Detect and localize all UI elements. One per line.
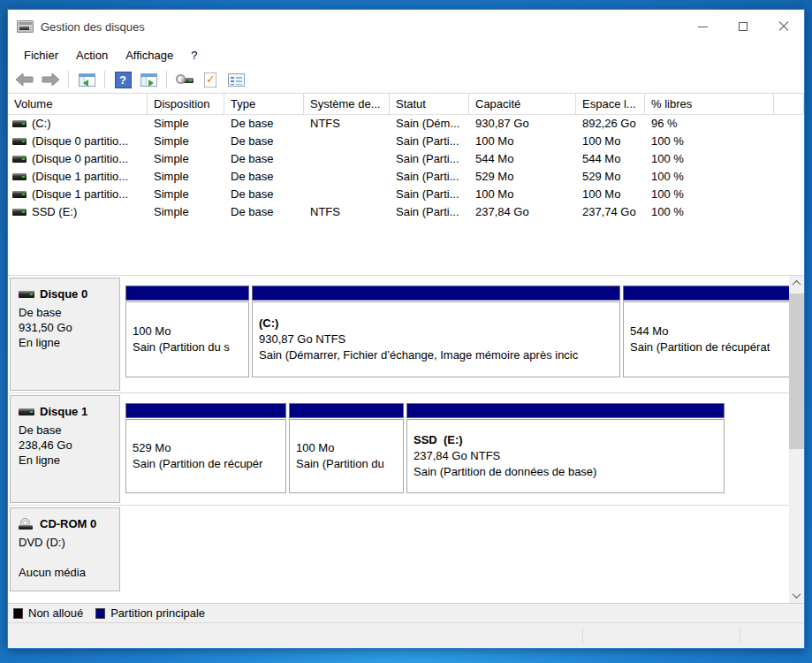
check-document-button[interactable] [201,69,220,90]
disk-management-window: Gestion des disques Fichier Action Affic… [7,9,805,649]
column-header-statut[interactable]: Statut [390,94,469,114]
vertical-scrollbar[interactable] [789,276,804,603]
column-header-pct-libres[interactable]: % libres [645,94,774,114]
back-button[interactable] [15,69,34,90]
maximize-icon [739,22,747,31]
volume-name: (C:) [32,115,51,133]
scroll-down-button[interactable] [789,588,804,603]
properties-list-button[interactable] [226,69,246,90]
cell-statut: Sain (Parti... [390,168,469,186]
partition-c[interactable]: (C:) 930,87 Go NTFS Sain (Démarrer, Fich… [252,286,620,391]
volume-name: (Disque 1 partitio... [32,186,128,203]
disk-status: En ligne [19,453,114,468]
cell-libres: 100 % [645,186,774,203]
app-icon [17,20,34,33]
legend-swatch-primary-partition [95,608,105,619]
menu-affichage[interactable]: Affichage [117,47,182,64]
disk-type: De base [19,305,114,320]
column-header-systeme[interactable]: Système de... [304,94,390,114]
partition-status: Sain (Partition de récupér [133,456,279,472]
partition-strip: 100 Mo Sain (Partition du s (C:) 930,87 … [120,278,789,391]
table-row[interactable]: (Disque 0 partitio... Simple De base Sai… [8,133,804,150]
disk-row-disque-1: Disque 1 De base 238,46 Go En ligne 529 … [8,393,789,506]
column-header-volume[interactable]: Volume [8,94,148,114]
volume-icon [12,138,27,145]
properties-list-icon [228,73,245,87]
disk-inspect-button[interactable] [175,69,194,90]
minimize-button[interactable] [682,10,723,43]
table-row[interactable]: (C:) Simple De base NTFS Sain (Dém... 93… [8,115,804,133]
partition-status: Sain (Partition du s [133,339,242,355]
close-button[interactable] [763,10,804,43]
cell-type: De base [224,150,304,168]
partition-status: Sain (Démarrer, Fichier d’échange, Image… [259,347,613,363]
partition-size: 529 Mo [133,440,279,456]
disk-name: Disque 0 [40,286,87,301]
volume-name: (Disque 0 partitio... [32,133,128,150]
partition-recovery[interactable]: 544 Mo Sain (Partition de récupérat [623,286,789,391]
graph-content: Disque 0 De base 931,50 Go En ligne 100 … [8,276,789,603]
cell-statut: Sain (Parti... [390,133,469,150]
volume-icon [12,156,27,163]
table-row[interactable]: (Disque 0 partitio... Simple De base Sai… [8,150,804,168]
statusbar-divider [582,628,583,644]
partition-recovery[interactable]: 529 Mo Sain (Partition de récupér [125,403,286,503]
column-header-capacite[interactable]: Capacité [469,94,576,114]
title-bar: Gestion des disques [8,10,804,43]
volume-name: (Disque 1 partitio... [32,168,128,186]
cell-espace: 237,74 Go [576,203,645,221]
volume-list-header: Volume Disposition Type Système de... St… [8,94,804,115]
column-header-disposition[interactable]: Disposition [148,94,224,114]
cell-type: De base [224,133,304,150]
disk-label-cdrom-0[interactable]: CD-ROM 0 DVD (D:) Aucun média [10,507,120,591]
disk-label-disque-0[interactable]: Disque 0 De base 931,50 Go En ligne [10,278,120,391]
scrollbar-thumb[interactable] [789,293,804,449]
cdrom-icon [19,518,34,530]
scrollbar-track[interactable] [789,291,804,588]
disk-label-disque-1[interactable]: Disque 1 De base 238,46 Go En ligne [10,395,120,503]
column-header-espace-libre[interactable]: Espace l... [576,94,645,114]
scroll-up-button[interactable] [789,276,804,291]
cell-espace: 544 Mo [576,150,645,168]
volume-icon [12,209,27,216]
cell-disposition: Simple [148,203,224,221]
disk-size: 931,50 Go [19,320,114,335]
help-button[interactable] [113,69,133,90]
cell-systeme [304,133,390,150]
status-bar [8,622,804,648]
disk-icon [19,408,34,415]
partition-efi[interactable]: 100 Mo Sain (Partition du s [125,286,249,391]
legend-label-primary-partition: Partition principale [110,606,205,620]
maximize-button[interactable] [723,10,763,43]
menu-action[interactable]: Action [67,47,117,64]
partition-status: Sain (Partition de récupérat [630,339,784,355]
table-row[interactable]: (Disque 1 partitio... Simple De base Sai… [8,168,804,186]
console-tree-button[interactable] [77,69,96,90]
column-header-type[interactable]: Type [224,94,304,114]
disk-type: De base [19,423,114,438]
menu-help[interactable]: ? [182,47,206,64]
table-row[interactable]: SSD (E:) Simple De base NTFS Sain (Parti… [8,203,804,221]
volume-name: SSD (E:) [32,203,77,221]
menu-fichier[interactable]: Fichier [15,47,67,64]
forward-button[interactable] [41,69,60,90]
disk-status: En ligne [19,335,114,350]
cell-statut: Sain (Parti... [390,186,469,203]
cell-capacite: 544 Mo [469,150,576,168]
legend-swatch-unallocated [13,608,23,619]
statusbar-divider [740,628,740,644]
partition-ssd-e[interactable]: SSD (E:) 237,84 Go NTFS Sain (Partition … [406,403,725,503]
disk-status: Aucun média [19,565,114,580]
toolbar-separator [68,71,69,88]
cell-espace: 100 Mo [576,186,645,203]
partition-type-bar [406,403,725,418]
table-row[interactable]: (Disque 1 partitio... Simple De base Sai… [8,186,804,203]
cell-type: De base [224,115,304,133]
disk-name: Disque 1 [40,404,87,419]
disk-row-cdrom-0: CD-ROM 0 DVD (D:) Aucun média [8,506,789,593]
toolbar [8,66,804,94]
action-pane-button[interactable] [139,69,158,90]
legend-label-unallocated: Non alloué [28,606,83,620]
partition-efi[interactable]: 100 Mo Sain (Partition du [289,403,404,503]
cell-capacite: 100 Mo [469,186,576,203]
